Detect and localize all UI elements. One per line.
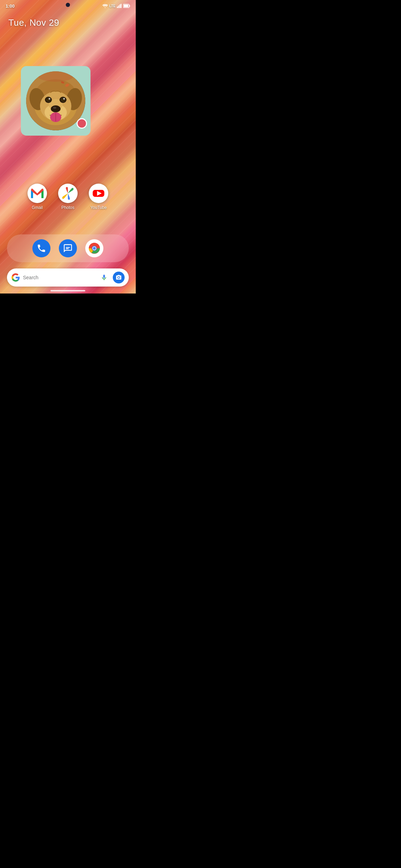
google-g-icon [11, 273, 20, 282]
dog-svg [26, 71, 85, 130]
phone-icon [37, 243, 46, 253]
record-button[interactable] [77, 118, 87, 129]
date-text: Tue, Nov 29 [8, 17, 59, 28]
search-input[interactable] [23, 268, 95, 287]
phone-dock-item[interactable] [32, 239, 50, 257]
svg-rect-6 [124, 5, 128, 7]
youtube-label: YouTube [90, 205, 107, 210]
svg-rect-1 [118, 6, 119, 8]
chrome-icon [88, 242, 101, 255]
photos-icon [61, 186, 75, 200]
wifi-icon [102, 4, 108, 8]
gmail-label: Gmail [32, 205, 42, 210]
home-indicator[interactable] [50, 290, 85, 291]
youtube-icon [92, 186, 105, 200]
svg-rect-36 [66, 247, 70, 248]
svg-point-19 [49, 98, 50, 100]
lens-icon [116, 274, 122, 281]
youtube-icon-container[interactable] [89, 184, 108, 203]
battery-icon [123, 4, 130, 8]
camera-hole [66, 3, 70, 7]
app-icons-row: Gmail Photos [0, 184, 136, 210]
svg-point-21 [51, 105, 61, 112]
chrome-dock-item[interactable] [85, 239, 103, 257]
svg-point-22 [53, 107, 56, 109]
svg-rect-37 [66, 248, 69, 249]
search-bar[interactable] [7, 268, 129, 287]
svg-point-20 [63, 98, 65, 100]
google-lens-button[interactable] [113, 272, 125, 283]
signal-icon [117, 4, 122, 8]
voice-search-button[interactable] [98, 272, 110, 283]
svg-rect-0 [117, 7, 118, 8]
svg-rect-5 [129, 5, 130, 7]
dock [7, 234, 129, 262]
gmail-icon-container[interactable] [27, 184, 47, 203]
gmail-app[interactable]: Gmail [27, 184, 47, 210]
microphone-icon [101, 274, 108, 281]
svg-rect-3 [121, 4, 122, 8]
youtube-app[interactable]: YouTube [89, 184, 108, 210]
dog-photo [26, 71, 85, 130]
svg-rect-2 [119, 5, 120, 8]
google-logo [11, 273, 20, 282]
svg-point-42 [118, 277, 120, 279]
gmail-icon [31, 187, 44, 200]
photos-app[interactable]: Photos [58, 184, 78, 210]
svg-point-27 [38, 71, 73, 82]
status-icons: LTE [102, 4, 130, 8]
svg-point-41 [93, 247, 96, 250]
photos-label: Photos [61, 205, 74, 210]
lte-icon: LTE [109, 4, 116, 8]
photo-widget[interactable] [21, 66, 91, 136]
status-time: 1:00 [6, 3, 15, 9]
photos-icon-container[interactable] [58, 184, 78, 203]
messages-icon [63, 243, 73, 253]
messages-dock-item[interactable] [59, 239, 77, 257]
date-display: Tue, Nov 29 [8, 17, 59, 28]
